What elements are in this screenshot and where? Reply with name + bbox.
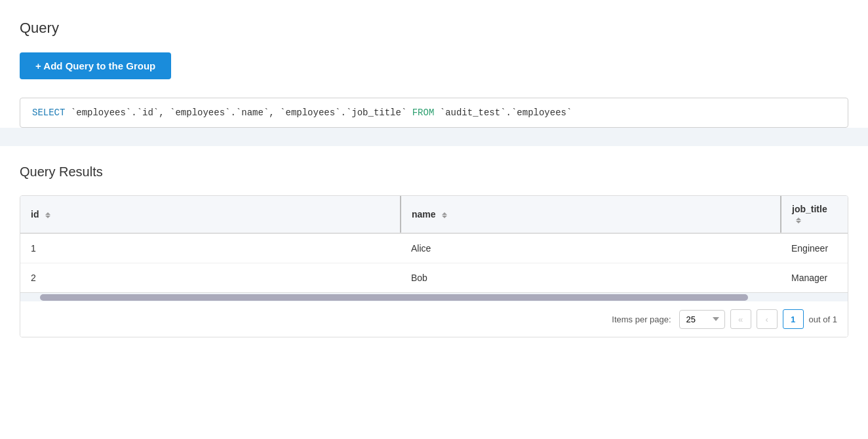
column-job-title-label: job_title — [792, 204, 827, 214]
prev-page-button[interactable]: ‹ — [757, 309, 778, 329]
sort-down-icon — [442, 216, 447, 218]
horizontal-scrollbar[interactable] — [20, 292, 848, 301]
cell-job-title: Manager — [781, 263, 848, 293]
current-page-button[interactable]: 1 — [783, 309, 804, 329]
sort-icon-id — [45, 212, 50, 218]
query-section-title: Query — [20, 20, 848, 37]
sql-query-display: SELECT `employees`.`id`, `employees`.`na… — [20, 98, 848, 128]
cell-id: 2 — [20, 263, 401, 293]
cell-name: Alice — [401, 233, 781, 263]
scrollbar-thumb[interactable] — [40, 294, 748, 301]
sort-icon-name — [442, 212, 447, 218]
pagination-bar: Items per page: 10 25 50 100 « ‹ 1 out o… — [20, 301, 848, 337]
add-query-button-label: + Add Query to the Group — [35, 60, 155, 71]
sort-up-icon — [45, 212, 50, 215]
sort-down-icon — [45, 216, 50, 218]
first-page-button[interactable]: « — [730, 309, 751, 329]
query-results-section: Query Results id name — [20, 164, 848, 337]
current-page-number: 1 — [791, 315, 795, 324]
sort-down-icon — [796, 221, 801, 223]
table-row: 1 Alice Engineer — [20, 233, 848, 263]
results-table: id name — [20, 196, 848, 292]
items-per-page-label: Items per page: — [612, 315, 671, 324]
column-id-label: id — [31, 209, 39, 220]
column-header-name[interactable]: name — [401, 196, 781, 233]
sql-table: `audit_test`.`employees` — [440, 107, 572, 118]
sql-select-keyword: SELECT — [32, 107, 65, 118]
items-per-page-select[interactable]: 10 25 50 100 — [679, 310, 725, 329]
table-row: 2 Bob Manager — [20, 263, 848, 293]
column-header-job-title[interactable]: job_title — [781, 196, 848, 233]
cell-job-title: Engineer — [781, 233, 848, 263]
sql-fields: `employees`.`id`, `employees`.`name`, `e… — [71, 107, 412, 118]
table-header-row: id name — [20, 196, 848, 233]
cell-id: 1 — [20, 233, 401, 263]
out-of-label: out of 1 — [809, 315, 837, 324]
page-container: Query + Add Query to the Group SELECT `e… — [0, 0, 868, 351]
sql-from-keyword: FROM — [412, 107, 435, 118]
column-header-id[interactable]: id — [20, 196, 401, 233]
add-query-button[interactable]: + Add Query to the Group — [20, 52, 171, 79]
results-table-container: id name — [20, 195, 848, 337]
sort-up-icon — [442, 212, 447, 215]
section-divider — [0, 128, 868, 146]
table-body: 1 Alice Engineer 2 Bob Manager — [20, 233, 848, 292]
cell-name: Bob — [401, 263, 781, 293]
results-section-title: Query Results — [20, 164, 848, 180]
column-name-label: name — [412, 209, 436, 220]
query-section: Query + Add Query to the Group SELECT `e… — [20, 20, 848, 128]
sort-icon-job-title — [796, 218, 801, 223]
sort-up-icon — [796, 218, 801, 220]
